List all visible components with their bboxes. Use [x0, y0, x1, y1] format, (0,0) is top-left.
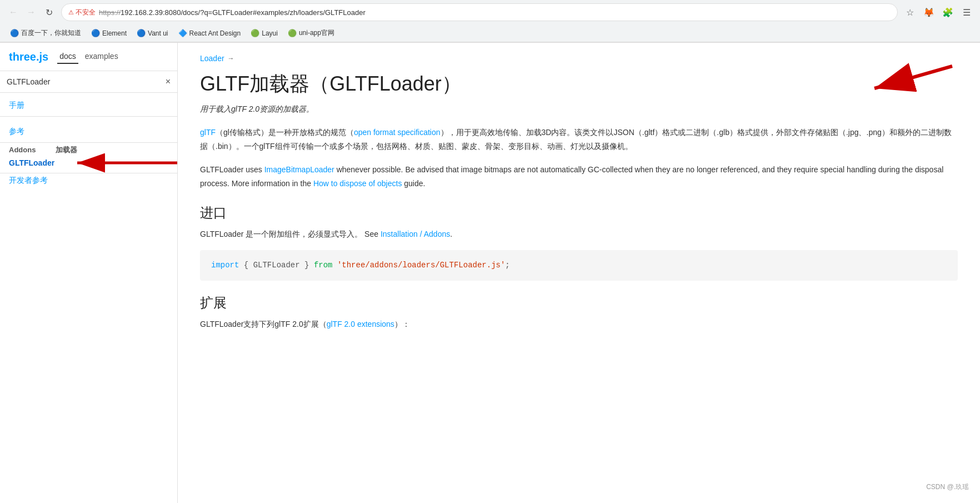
code-string: 'three/addons/loaders/GLTFLoader.js': [337, 261, 505, 270]
bookmark-react-ant-label: React Ant Design: [189, 29, 241, 37]
toolbar-icons: ☆ 🦊 🧩 ☰: [902, 4, 974, 20]
code-from: from: [314, 261, 333, 270]
uniapp-icon: 🟢: [288, 29, 297, 37]
sidebar-active-link-container: GLTFLoader: [0, 155, 177, 171]
para2: GLTFLoader uses ImageBitmapLoader whenev…: [200, 163, 958, 191]
divider-1: [0, 116, 177, 117]
menu-button[interactable]: ☰: [959, 4, 974, 20]
sidebar-section-dev: 开发者参考: [0, 176, 177, 186]
tab-examples[interactable]: examples: [83, 49, 121, 64]
bookmark-baidu-label: 百度一下，你就知道: [21, 28, 81, 38]
reload-button[interactable]: ↻: [41, 4, 57, 20]
browser-chrome: ← → ↻ ⚠ 不安全 https://192.168.2.39:8080/do…: [0, 0, 980, 43]
para1-text1: （gl传输格式）是一种开放格式的规范（: [216, 128, 354, 137]
bookmark-element-label: Element: [102, 29, 127, 37]
bookmark-vant-label: Vant ui: [148, 29, 168, 37]
sidebar-link-gltfloader[interactable]: GLTFLoader: [0, 155, 177, 171]
bookmark-vant[interactable]: 🔵 Vant ui: [132, 27, 172, 39]
code-brace-open: {: [244, 261, 253, 270]
breadcrumb-loader[interactable]: Loader: [200, 54, 224, 63]
sidebar-section-reference: 参考: [0, 119, 177, 140]
gltf-link[interactable]: glTF: [200, 128, 216, 137]
bookmark-uniapp[interactable]: 🟢 uni-app官网: [283, 27, 339, 39]
bookmarks-bar: 🔵 百度一下，你就知道 🔵 Element 🔵 Vant ui 🔷 React …: [0, 24, 980, 42]
imagebitmap-link[interactable]: ImageBitmapLoader: [264, 165, 334, 174]
lock-icon: ⚠: [68, 9, 74, 16]
security-label: 不安全: [76, 8, 96, 17]
sidebar-item-dev[interactable]: 开发者参考: [0, 170, 57, 190]
gltf-ext-link[interactable]: glTF 2.0 extensions: [327, 320, 394, 328]
sidebar-section-manual: 手册: [0, 93, 177, 114]
section-extend-heading: 扩展: [200, 294, 958, 312]
csdn-watermark: CSDN @.玖瑶: [926, 482, 969, 492]
profile-button[interactable]: 🦊: [921, 4, 937, 20]
code-brace-close: }: [304, 261, 314, 270]
back-button[interactable]: ←: [6, 4, 21, 20]
extend-para: GLTFLoader支持下列glTF 2.0扩展（glTF 2.0 extens…: [200, 317, 958, 331]
search-input[interactable]: [7, 77, 166, 86]
nav-buttons: ← → ↻: [6, 4, 57, 20]
extend-end: ）：: [394, 320, 410, 328]
code-block: import { GLTFLoader } from 'three/addons…: [200, 250, 958, 280]
bookmark-uniapp-label: uni-app官网: [299, 28, 334, 38]
url-strikethrough: https://: [99, 8, 121, 17]
vant-icon: 🔵: [137, 29, 146, 37]
sidebar-loader-group: 加载器: [47, 140, 86, 156]
sidebar: three.js docs examples × 手册 参考 Addons 加载…: [0, 43, 178, 503]
url-path: 192.168.2.39:8080/docs/?q=GLTFLoader#exa…: [121, 8, 366, 17]
url-text: https://192.168.2.39:8080/docs/?q=GLTFLo…: [99, 8, 891, 17]
layui-icon: 🟢: [251, 29, 259, 37]
code-class: GLTFLoader: [253, 261, 300, 270]
import-para: GLTFLoader 是一个附加组件，必须显式导入。 See Installat…: [200, 227, 958, 241]
browser-toolbar: ← → ↻ ⚠ 不安全 https://192.168.2.39:8080/do…: [0, 0, 980, 24]
bookmark-layui[interactable]: 🟢 Layui: [246, 27, 282, 39]
nav-tabs: docs examples: [57, 49, 121, 64]
security-badge: ⚠ 不安全: [68, 8, 96, 17]
sidebar-item-reference[interactable]: 参考: [0, 119, 177, 140]
installation-link[interactable]: Installation / Addons: [381, 230, 450, 238]
forward-button[interactable]: →: [23, 4, 39, 20]
address-bar[interactable]: ⚠ 不安全 https://192.168.2.39:8080/docs/?q=…: [61, 3, 898, 21]
logo[interactable]: three.js: [9, 51, 48, 63]
page-layout: three.js docs examples × 手册 参考 Addons 加载…: [0, 43, 980, 503]
bookmark-layui-label: Layui: [262, 29, 278, 37]
sidebar-section-addons: Addons 加载器 GLTFLoader: [0, 145, 177, 171]
bookmark-react-ant[interactable]: 🔷 React Ant Design: [174, 27, 246, 39]
import-text1: GLTFLoader 是一个附加组件，必须显式导入。 See: [200, 230, 381, 238]
react-ant-icon: 🔷: [178, 29, 187, 37]
tab-docs[interactable]: docs: [57, 49, 78, 64]
extend-text: GLTFLoader支持下列glTF 2.0扩展（: [200, 320, 327, 328]
star-button[interactable]: ☆: [902, 4, 918, 20]
element-icon: 🔵: [91, 29, 100, 37]
close-button[interactable]: ×: [166, 77, 171, 87]
para1: glTF（gl传输格式）是一种开放格式的规范（open format speci…: [200, 126, 958, 153]
page-title: GLTF加载器（GLTFLoader）: [200, 72, 958, 96]
para2-end: guide.: [402, 179, 425, 188]
open-format-link[interactable]: open format specification: [354, 128, 441, 137]
bookmark-baidu[interactable]: 🔵 百度一下，你就知道: [6, 27, 86, 39]
code-import: import: [211, 261, 239, 270]
subtitle-text: 用于载入glTF 2.0资源的加载器。: [200, 104, 314, 113]
para2-start: GLTFLoader uses: [200, 165, 264, 174]
sidebar-addons-title: Addons: [0, 140, 44, 156]
main-content: Loader → GLTF加载器（GLTFLoader） 用于载入glTF 2.…: [178, 43, 980, 503]
page-subtitle: 用于载入glTF 2.0资源的加载器。: [200, 104, 958, 114]
baidu-icon: 🔵: [10, 29, 19, 37]
sidebar-header: three.js docs examples: [0, 43, 177, 71]
dispose-link[interactable]: How to dispose of objects: [313, 179, 402, 188]
page-title-container: GLTF加载器（GLTFLoader）: [200, 72, 958, 96]
search-bar: ×: [0, 71, 177, 93]
import-text2: .: [450, 230, 452, 238]
breadcrumb-arrow: →: [228, 54, 234, 62]
breadcrumb: Loader →: [200, 54, 958, 63]
code-semicolon: ;: [505, 261, 509, 270]
extension-button[interactable]: 🧩: [940, 4, 956, 20]
bookmark-element[interactable]: 🔵 Element: [87, 27, 131, 39]
sidebar-item-manual[interactable]: 手册: [0, 93, 177, 114]
section-import-heading: 进口: [200, 204, 958, 222]
